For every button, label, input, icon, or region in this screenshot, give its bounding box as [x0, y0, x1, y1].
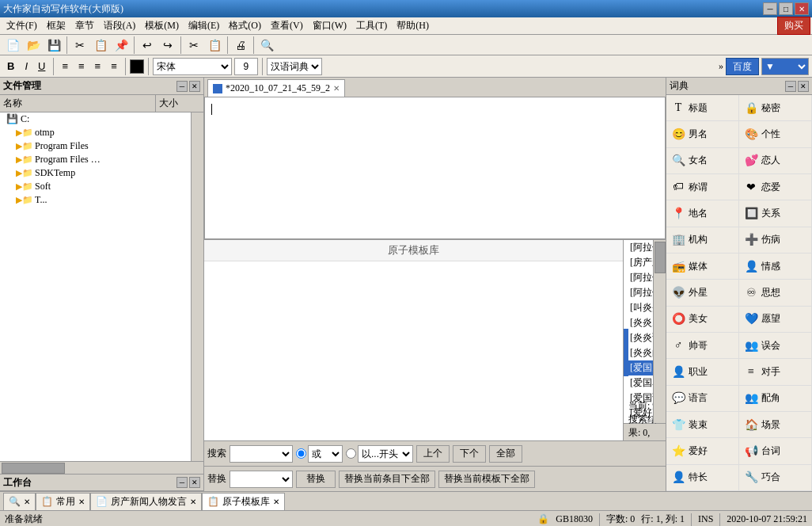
dict-item-愿望[interactable]: 💙愿望	[739, 307, 812, 333]
file-manager-minimize[interactable]: ─	[176, 81, 188, 92]
list-scrollbar[interactable]	[653, 240, 666, 423]
radio-or[interactable]	[296, 448, 306, 459]
maximize-button[interactable]: □	[779, 2, 793, 15]
editor-area[interactable]	[204, 97, 666, 239]
dict-item-误会[interactable]: 👥误会	[739, 333, 812, 359]
dict-item-男名[interactable]: 😊男名	[666, 121, 739, 147]
bold-button[interactable]: B	[3, 58, 18, 75]
font-size-input[interactable]	[234, 58, 258, 75]
menu-file[interactable]: 文件(F)	[2, 17, 42, 34]
dict-item-特长[interactable]: 👤特长	[666, 465, 739, 491]
file-item-programfiles2[interactable]: ▶📁 Program Files …	[0, 153, 191, 166]
file-tree-scrollbar[interactable]	[191, 112, 203, 461]
btab-common[interactable]: 📋 常用 ✕	[36, 493, 90, 510]
prev-button[interactable]: 上个	[416, 445, 450, 463]
dict-item-标题[interactable]: T标题	[666, 95, 739, 121]
dict-item-配角[interactable]: 👥配角	[739, 386, 812, 412]
btab-atomtemplate-close[interactable]: ✕	[273, 497, 279, 506]
dict-select[interactable]: 汉语词典	[267, 58, 322, 75]
file-tree[interactable]: 💾 C: ▶📁 otmp ▶📁 Program Files ▶📁 Progra	[0, 112, 191, 461]
dict-item-秘密[interactable]: 🔒秘密	[739, 95, 812, 121]
color-picker[interactable]	[130, 59, 144, 74]
replace-button[interactable]: 替换	[296, 471, 336, 488]
clipboard-button[interactable]: 📋	[205, 36, 224, 55]
dict-item-帅哥[interactable]: ♂帅哥	[666, 333, 739, 359]
baidu-engine-select[interactable]: ▼	[761, 58, 809, 75]
italic-button[interactable]: I	[21, 58, 32, 75]
align-left-button[interactable]: ≡	[58, 58, 72, 75]
btab-atomtemplate[interactable]: 📋 原子模板库 ✕	[202, 493, 285, 510]
close-button[interactable]: ✕	[795, 2, 809, 15]
dict-item-对手[interactable]: ≡对手	[739, 359, 812, 385]
new-button[interactable]: 📄	[3, 36, 22, 55]
align-right-button[interactable]: ≡	[91, 58, 105, 75]
dict-item-恋人[interactable]: 💕恋人	[739, 148, 812, 174]
print-button[interactable]: 🖨	[231, 36, 250, 55]
replace-select[interactable]	[230, 471, 293, 488]
find-button[interactable]: 🔍	[257, 36, 276, 55]
baidu-button[interactable]: 百度	[726, 58, 759, 75]
align-justify-button[interactable]: ≡	[107, 58, 121, 75]
dict-item-场景[interactable]: 🏠场景	[739, 412, 812, 438]
dict-item-恋爱[interactable]: ❤恋爱	[739, 174, 812, 200]
file-item-soft[interactable]: ▶📁 Soft	[0, 180, 191, 193]
dict-item-称谓[interactable]: 🏷称谓	[666, 174, 739, 200]
replace-current-button[interactable]: 替换当前条目下全部	[339, 471, 435, 488]
dict-item-个性[interactable]: 🎨个性	[739, 121, 812, 147]
file-item-programfiles[interactable]: ▶📁 Program Files	[0, 139, 191, 153]
starts-select[interactable]: 以...开头	[358, 445, 413, 463]
save-button[interactable]: 💾	[44, 36, 63, 55]
menu-tools[interactable]: 工具(T)	[351, 17, 392, 34]
menu-paragraph[interactable]: 语段(A)	[99, 17, 141, 34]
dict-item-装束[interactable]: 👕装束	[666, 412, 739, 438]
btab-common-close[interactable]: ✕	[78, 497, 85, 506]
search-select[interactable]	[230, 445, 293, 463]
dict-item-思想[interactable]: ♾思想	[739, 280, 812, 306]
menu-format[interactable]: 格式(O)	[224, 17, 266, 34]
replace-template-button[interactable]: 替换当前模板下全部	[438, 471, 535, 488]
dict-item-外星[interactable]: 👽外星	[666, 280, 739, 306]
dict-item-职业[interactable]: 👤职业	[666, 359, 739, 385]
menu-template[interactable]: 模板(M)	[140, 17, 184, 34]
font-select[interactable]: 宋体	[153, 58, 232, 75]
align-center-button[interactable]: ≡	[74, 58, 89, 75]
dict-item-媒体[interactable]: 📻媒体	[666, 253, 739, 280]
dict-item-美女[interactable]: ⭕美女	[666, 307, 739, 333]
dict-item-巧合[interactable]: 🔧巧合	[739, 465, 812, 491]
radio-starts[interactable]	[346, 448, 356, 459]
menu-edit[interactable]: 编辑(E)	[184, 17, 224, 34]
dict-item-伤病[interactable]: ➕伤病	[739, 227, 812, 253]
dict-item-地名[interactable]: 📍地名	[666, 200, 739, 227]
btab-search-close[interactable]: ✕	[24, 497, 30, 506]
editor-tab[interactable]: *2020_10_07_21_45_59_2 ✕	[207, 79, 345, 97]
open-button[interactable]: 📂	[24, 36, 43, 55]
copy-button[interactable]: 📋	[91, 36, 110, 55]
scissors-button[interactable]: ✂	[184, 36, 203, 55]
next-button[interactable]: 下个	[453, 445, 486, 463]
undo-button[interactable]: ↩	[138, 36, 157, 55]
dict-item-台词[interactable]: 📢台词	[739, 438, 812, 464]
dict-item-语言[interactable]: 💬语言	[666, 386, 739, 412]
btab-property[interactable]: 📄 房产新闻人物发言 ✕	[90, 493, 202, 510]
minimize-button[interactable]: ─	[763, 2, 777, 15]
menu-chapter[interactable]: 章节	[70, 17, 99, 34]
btab-property-close[interactable]: ✕	[190, 497, 196, 506]
workbench-minimize[interactable]: ─	[176, 477, 188, 488]
dict-item-女名[interactable]: 🔍女名	[666, 148, 739, 174]
or-select[interactable]: 或	[308, 445, 343, 463]
menu-view[interactable]: 查看(V)	[266, 17, 308, 34]
all-button[interactable]: 全部	[489, 445, 522, 463]
dict-close[interactable]: ✕	[798, 81, 809, 92]
menu-help[interactable]: 帮助(H)	[392, 17, 434, 34]
menu-frame[interactable]: 框架	[42, 17, 70, 34]
list-scroll-area[interactable]: [阿拉伯数字][房产新闻人物发言][阿拉伯数字偶数][阿拉伯数字奇数][叫炎炎名…	[624, 240, 666, 423]
file-hscrollbar[interactable]	[0, 461, 203, 474]
tab-close-button[interactable]: ✕	[333, 84, 340, 93]
dict-minimize[interactable]: ─	[785, 81, 796, 92]
btab-search[interactable]: 🔍 ✕	[3, 493, 36, 510]
dict-item-机构[interactable]: 🏢机构	[666, 227, 739, 253]
template-library-content[interactable]	[204, 261, 623, 440]
redo-button[interactable]: ↪	[158, 36, 177, 55]
dict-item-关系[interactable]: 🔲关系	[739, 200, 812, 227]
buy-button[interactable]: 购买	[777, 17, 810, 35]
